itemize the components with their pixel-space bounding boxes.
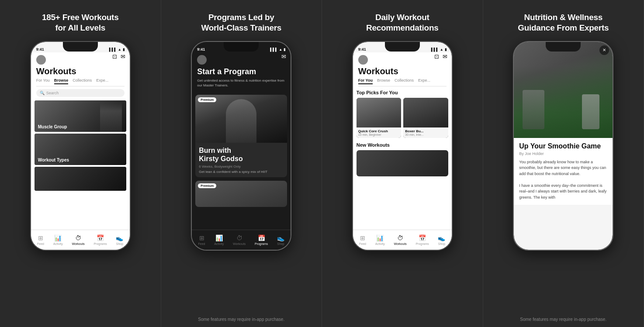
premium-badge-small: Premium bbox=[198, 183, 216, 188]
category-workout-types-label: Workout Types bbox=[38, 158, 69, 162]
panel-free-workouts: 185+ Free Workouts for All Levels 9:41 ▌… bbox=[0, 0, 161, 327]
workout-card-2-name: Boxer Bu... bbox=[405, 129, 447, 133]
program-info: Burn with Kirsty Godso 6 Weeks, Bodyweig… bbox=[195, 143, 287, 177]
programs-icon: 📅 bbox=[97, 234, 104, 241]
wifi-icon: ▲ bbox=[118, 48, 121, 52]
program-name: Burn with Kirsty Godso bbox=[199, 146, 284, 163]
phone2-desc: Get unlimited access to fitness & nutrit… bbox=[197, 78, 285, 88]
phone1-time: 9:41 bbox=[36, 47, 44, 52]
workout-card-2[interactable]: Boxer Bu... 30 min, Inte... bbox=[403, 98, 448, 138]
workouts-icon: ⏱ bbox=[75, 234, 81, 241]
phone3-avatar bbox=[358, 55, 368, 65]
nav3-programs[interactable]: 📅 Programs bbox=[415, 234, 429, 245]
nav2-shop[interactable]: 👟 Shop bbox=[277, 234, 284, 245]
wifi-icon: ▲ bbox=[440, 48, 443, 52]
nav3-programs-label: Programs bbox=[415, 242, 429, 245]
tab3-browse[interactable]: Browse bbox=[377, 78, 390, 84]
panel-nutrition: Nutrition & Wellness Guidance From Exper… bbox=[483, 0, 644, 327]
nav2-workouts[interactable]: ⏱ Workouts bbox=[233, 234, 246, 245]
activity-icon: 📊 bbox=[54, 234, 62, 241]
premium-badge-main: Premium bbox=[198, 97, 216, 102]
nav-activity[interactable]: 📊 Activity bbox=[53, 234, 63, 245]
nav3-feed[interactable]: ⊞ Feed bbox=[359, 234, 366, 245]
panel4-footer: Some features may require in-app purchas… bbox=[483, 317, 644, 322]
program-card-main[interactable]: Premium Burn with Kirsty Godso 6 Weeks, … bbox=[195, 95, 287, 177]
phone2-bottom-nav: ⊞ Feed 📊 Activity ⏱ Workouts 📅 Programs bbox=[192, 230, 291, 250]
tab3-collections[interactable]: Collections bbox=[395, 78, 414, 84]
panel3-title: Daily Workout Recommendations bbox=[366, 12, 438, 33]
phone3-screen-title: Workouts bbox=[358, 66, 447, 76]
activity-icon: 📊 bbox=[376, 234, 384, 241]
nav3-activity-label: Activity bbox=[375, 242, 385, 245]
category-workout-types[interactable]: Workout Types bbox=[35, 134, 126, 165]
wifi-icon: ▲ bbox=[279, 48, 282, 52]
phone1-bottom-nav: ⊞ Feed 📊 Activity ⏱ Workouts 📅 Programs bbox=[31, 230, 130, 250]
feed-icon: ⊞ bbox=[360, 234, 365, 241]
program-card-image: Premium bbox=[195, 95, 287, 143]
phone3-notch bbox=[385, 42, 420, 52]
tab-for-you[interactable]: For You bbox=[36, 78, 50, 84]
phone2-screen: ✉ Start a Program Get unlimited access t… bbox=[192, 52, 291, 250]
tab3-for-you[interactable]: For You bbox=[358, 78, 373, 84]
programs-icon: 📅 bbox=[258, 234, 265, 241]
mail-icon: ✉ bbox=[281, 53, 286, 60]
nav-workouts[interactable]: ⏱ Workouts bbox=[72, 234, 84, 245]
shop-icon: 👟 bbox=[277, 234, 284, 241]
phone3-header: ⊡ ✉ Workouts For You Browse Collections … bbox=[353, 52, 452, 86]
workout-card-1[interactable]: Quick Core Crush 10 min, Beginner bbox=[357, 98, 402, 138]
workouts-icon: ⏱ bbox=[236, 234, 242, 241]
workouts-icon: ⏱ bbox=[397, 234, 403, 241]
phone2: 9:41 ▌▌▌ ▲ ▮ ✉ Start a Program Get unlim… bbox=[191, 41, 291, 251]
phone2-programs: Premium Burn with Kirsty Godso 6 Weeks, … bbox=[192, 95, 291, 207]
close-button[interactable]: ✕ bbox=[599, 45, 609, 55]
tab-browse[interactable]: Browse bbox=[54, 78, 69, 84]
nav-shop[interactable]: 👟 Shop bbox=[116, 234, 123, 245]
new-workout-card[interactable] bbox=[357, 150, 448, 176]
nav-feed[interactable]: ⊞ Feed bbox=[37, 234, 44, 245]
panel2-footer: Some features may require in-app purchas… bbox=[161, 317, 322, 322]
panel1-title: 185+ Free Workouts for All Levels bbox=[42, 12, 118, 33]
panel2-title: Programs Led by World-Class Trainers bbox=[201, 12, 281, 33]
program-card-small[interactable]: Premium bbox=[195, 181, 287, 207]
nav2-activity[interactable]: 📊 Activity bbox=[214, 234, 224, 245]
category-3[interactable] bbox=[35, 167, 126, 191]
category-muscle-group-label: Muscle Group bbox=[38, 124, 67, 129]
nav-workouts-label: Workouts bbox=[72, 242, 84, 245]
nav3-shop[interactable]: 👟 Shop bbox=[438, 234, 445, 245]
phone4-notch bbox=[546, 42, 581, 52]
phone3-main: Top Picks For You Quick Core Crush 10 mi… bbox=[353, 90, 452, 176]
tab-collections[interactable]: Collections bbox=[73, 78, 92, 84]
bookmark-icon: ⊡ bbox=[112, 53, 117, 60]
program-sub: Get lean & confident with a spicy mix of… bbox=[199, 170, 284, 174]
tab-explore[interactable]: Expe... bbox=[96, 78, 108, 84]
mail-icon: ✉ bbox=[443, 53, 447, 60]
nav3-activity[interactable]: 📊 Activity bbox=[375, 234, 385, 245]
phone4: ✕ Up Your Smoothie Game By Joe Holder Yo… bbox=[513, 41, 613, 251]
mail-icon: ✉ bbox=[121, 53, 125, 60]
nav2-feed-label: Feed bbox=[198, 242, 205, 245]
signal-icon: ▌▌▌ bbox=[270, 48, 277, 52]
phone1-avatar bbox=[36, 55, 46, 65]
tab3-explore[interactable]: Expe... bbox=[418, 78, 430, 84]
panel-programs: Programs Led by World-Class Trainers 9:4… bbox=[161, 0, 322, 327]
workout-card-1-meta: 10 min, Beginner bbox=[358, 133, 400, 136]
category-muscle-group[interactable]: Muscle Group bbox=[35, 100, 126, 132]
search-icon: 🔍 bbox=[40, 91, 45, 95]
phone2-notch bbox=[224, 42, 259, 52]
phone3-bottom-nav: ⊞ Feed 📊 Activity ⏱ Workouts 📅 Programs bbox=[353, 230, 452, 250]
activity-icon: 📊 bbox=[215, 234, 223, 241]
phone1-categories: Muscle Group Workout Types bbox=[31, 100, 130, 191]
nav-programs[interactable]: 📅 Programs bbox=[93, 234, 107, 245]
new-workouts-label: New Workouts bbox=[357, 142, 448, 148]
search-placeholder: Search bbox=[46, 91, 59, 95]
nav2-programs[interactable]: 📅 Programs bbox=[255, 234, 268, 245]
phone2-status-icons: ▌▌▌ ▲ ▮ bbox=[270, 48, 285, 52]
nav2-activity-label: Activity bbox=[214, 242, 224, 245]
phone1-search[interactable]: 🔍 Search bbox=[36, 89, 125, 97]
workout-card-1-body: Quick Core Crush 10 min, Beginner bbox=[357, 127, 402, 138]
phone1-notch bbox=[63, 42, 98, 52]
phone3-status-icons: ▌▌▌ ▲ ▮ bbox=[431, 48, 447, 52]
nav3-workouts[interactable]: ⏱ Workouts bbox=[394, 234, 406, 245]
nav2-feed[interactable]: ⊞ Feed bbox=[198, 234, 205, 245]
shop-icon: 👟 bbox=[116, 234, 123, 241]
